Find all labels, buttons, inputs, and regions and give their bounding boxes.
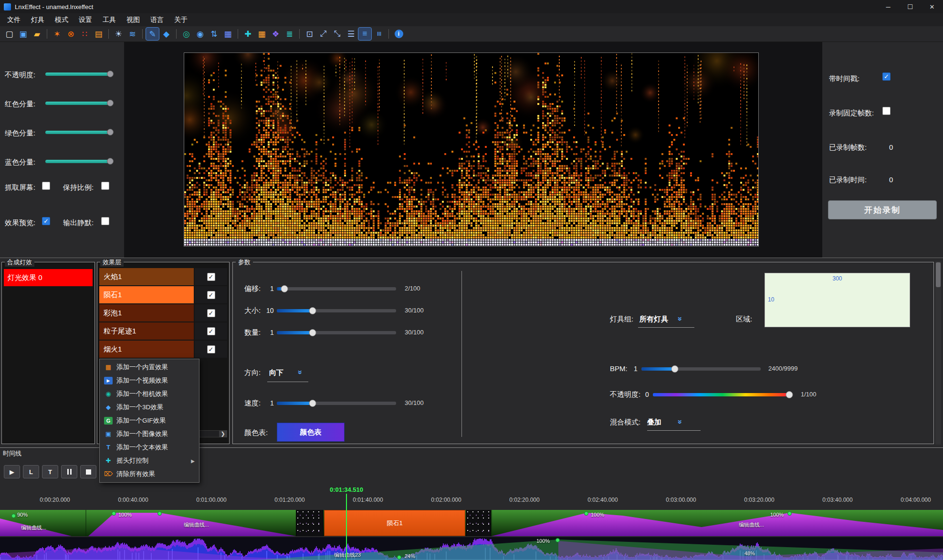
fixture-lamp-icon[interactable]: ✶ [51, 28, 63, 40]
open-folder-icon[interactable]: ▰ [31, 28, 43, 40]
menu-add-camera-effect[interactable]: ◉添加一个相机效果 [100, 387, 199, 401]
layer-row-meteor[interactable]: 陨石1 ✓ [99, 286, 227, 303]
fullscreen-icon[interactable]: ⤡ [331, 28, 344, 40]
close-icon[interactable]: ✕ [921, 0, 943, 13]
layer-checkbox[interactable]: ✓ [207, 309, 215, 317]
grab-screen-checkbox[interactable] [42, 182, 50, 190]
dot-matrix-icon[interactable]: ∷ [78, 28, 91, 40]
pinwheel-icon[interactable]: ❖ [269, 28, 282, 40]
spray-icon[interactable]: ≋ [126, 28, 139, 40]
chevron-down-icon[interactable]: » [296, 370, 304, 373]
layer-row-firework[interactable]: 烟火1 ✓ [99, 341, 227, 358]
move-icon[interactable]: ✚ [241, 28, 254, 40]
layer-checkbox[interactable]: ✓ [207, 345, 215, 353]
line-list-icon[interactable]: ☰ [345, 28, 357, 40]
layer-label[interactable]: 火焰1 [99, 268, 194, 285]
menu-file[interactable]: 文件 [2, 14, 26, 26]
offset-slider[interactable] [277, 287, 396, 290]
meteor-clip[interactable]: 陨石1 [324, 510, 465, 536]
menu-moving-head-control[interactable]: ✚摇头灯控制▶ [100, 454, 199, 467]
save-icon[interactable]: ▣ [17, 28, 30, 40]
layer-row-fire[interactable]: 火焰1 ✓ [99, 268, 227, 285]
green-slider[interactable] [45, 131, 112, 134]
bpm-slider[interactable] [641, 367, 761, 371]
layer-label[interactable]: 粒子尾迹1 [99, 322, 194, 340]
minimize-icon[interactable]: ─ [877, 0, 899, 13]
menu-fixtures[interactable]: 灯具 [26, 14, 50, 26]
scrollbar-thumb[interactable] [936, 262, 941, 287]
size-slider[interactable] [277, 309, 396, 312]
blue-slider[interactable] [45, 160, 112, 163]
maximize-icon[interactable]: ☐ [899, 0, 921, 13]
menu-view[interactable]: 视图 [121, 14, 145, 26]
keyframe-dot[interactable] [11, 514, 16, 518]
slider-knob[interactable] [107, 158, 114, 165]
layer-checkbox[interactable]: ✓ [207, 327, 215, 335]
menu-tools[interactable]: 工具 [97, 14, 121, 26]
start-record-button[interactable]: 开始录制 [828, 200, 937, 219]
grid-icon[interactable]: ▦ [221, 28, 234, 40]
noise-clip[interactable] [296, 510, 324, 536]
region-box[interactable]: 300 10 [765, 273, 910, 327]
slider-knob[interactable] [786, 391, 793, 398]
fixture-group-value[interactable]: 所有灯具 [639, 315, 668, 324]
menu-about[interactable]: 关于 [169, 14, 193, 26]
playhead[interactable] [346, 494, 347, 560]
menu-settings[interactable]: 设置 [73, 14, 97, 26]
pause-button[interactable] [61, 465, 77, 478]
menu-add-video-effect[interactable]: ▶添加一个视频效果 [100, 374, 199, 387]
trigger-button[interactable]: T [42, 465, 58, 478]
keyframe-dot[interactable] [157, 511, 162, 516]
timeline-track-effects[interactable]: 陨石1 90% 编辑曲线... 100% 编辑曲线... 100% 编辑曲线..… [0, 510, 943, 536]
slider-knob[interactable] [107, 71, 114, 77]
layer-row-bubble[interactable]: 彩泡1 ✓ [99, 304, 227, 321]
red-slider[interactable] [45, 102, 112, 105]
layer-row-particle-trail[interactable]: 粒子尾迹1 ✓ [99, 322, 227, 340]
slider-knob[interactable] [671, 365, 679, 373]
light-effect-item[interactable]: 灯光效果 0 [4, 269, 93, 286]
new-file-icon[interactable]: ▢ [3, 28, 16, 40]
layer-label-selected[interactable]: 陨石1 [99, 286, 194, 303]
keep-ratio-checkbox[interactable] [101, 182, 109, 190]
sliders-horizontal-icon[interactable]: ≡ [358, 28, 371, 40]
layer-checkbox[interactable]: ✓ [207, 273, 215, 281]
expand-icon[interactable]: ⤢ [317, 28, 330, 40]
slider-knob[interactable] [107, 100, 114, 106]
keyframe-dot[interactable] [397, 555, 401, 560]
noise-clip[interactable] [466, 510, 491, 536]
slider-knob[interactable] [309, 307, 316, 314]
filter-icon[interactable]: ≣ [283, 28, 296, 40]
loop-button[interactable]: L [23, 465, 39, 478]
menu-add-3d-effect[interactable]: ◆添加一个3D效果 [100, 401, 199, 414]
timeline-track-audio[interactable]: 编辑曲线23 24% 100% 48% [0, 537, 943, 560]
speed-slider[interactable] [277, 402, 396, 405]
slider-knob[interactable] [309, 400, 316, 407]
cancel-icon[interactable]: ⊗ [64, 28, 77, 40]
effect-preview-checkbox[interactable]: ✓ [42, 217, 50, 225]
chevron-down-icon[interactable]: » [676, 317, 684, 320]
menu-add-gif-effect[interactable]: G添加一个GIF效果 [100, 414, 199, 427]
scroll-right-icon[interactable]: ❯ [219, 431, 227, 437]
chevron-down-icon[interactable]: » [676, 420, 684, 423]
menu-add-text-effect[interactable]: T添加一个文本效果 [100, 441, 199, 454]
output-silent-checkbox[interactable] [101, 217, 109, 225]
play-button[interactable]: ▶ [4, 465, 20, 478]
target-icon[interactable]: ◎ [180, 28, 193, 40]
eye-preview-icon[interactable]: ◉ [194, 28, 207, 40]
opacity-slider[interactable] [45, 73, 112, 76]
keyframe-dot[interactable] [555, 538, 560, 542]
builtin-effects-icon[interactable]: ▤ [92, 28, 105, 40]
slider-knob[interactable] [309, 329, 316, 336]
timestamp-checkbox[interactable]: ✓ [882, 73, 891, 81]
brightness-icon[interactable]: ☀ [112, 28, 125, 40]
frame-select-icon[interactable]: ⊡ [303, 28, 316, 40]
keyframe-dot[interactable] [584, 511, 588, 516]
sort-icon[interactable]: ⇅ [208, 28, 220, 40]
keyframe-dot[interactable] [112, 511, 116, 516]
menu-add-builtin-effect[interactable]: ▦添加一个内置效果 [100, 361, 199, 374]
keyframe-dot[interactable] [787, 511, 792, 516]
params-vertical-scrollbar[interactable] [935, 261, 941, 445]
menu-language[interactable]: 语言 [145, 14, 169, 26]
slider-knob[interactable] [281, 285, 288, 292]
blend-mode-value[interactable]: 叠加 [647, 418, 661, 427]
